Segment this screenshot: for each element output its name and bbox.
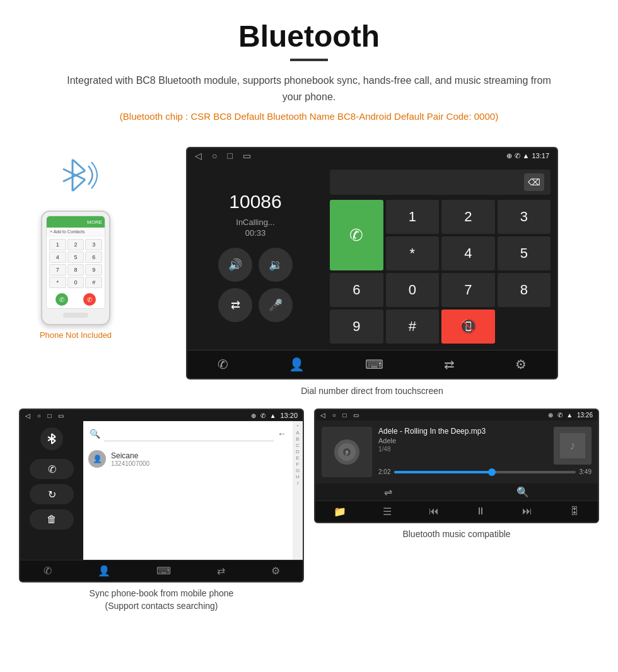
phone-key-hash[interactable]: #	[85, 277, 102, 288]
music-loc-icon: ⊕	[548, 412, 553, 419]
music-nav-next[interactable]: ⏭	[522, 506, 532, 518]
bluetooth-signal-icon	[54, 153, 98, 204]
dialer-timer: 00:33	[245, 228, 266, 238]
dial-key-1[interactable]: 1	[386, 200, 440, 234]
pb-alpha-h[interactable]: H	[296, 474, 300, 480]
volume-up-button[interactable]: 🔊	[218, 248, 252, 282]
dial-status-bar: ◁ ○ □ ▭ ⊕ ✆ ▲ 13:17	[187, 148, 557, 163]
pb-call-icon: ✆	[260, 412, 265, 419]
pb-alpha-i[interactable]: I	[297, 480, 298, 486]
pb-nav-phone[interactable]: ✆	[44, 565, 52, 577]
pb-alpha-f[interactable]: F	[296, 461, 300, 467]
pb-contact-row[interactable]: 👤 Seicane 13241007000	[87, 446, 289, 472]
pb-alpha-star[interactable]: *	[296, 424, 298, 429]
pb-nav-settings[interactable]: ⚙	[271, 565, 280, 577]
pb-alpha-e[interactable]: E	[296, 455, 299, 461]
page-header: Bluetooth Integrated with BC8 Bluetooth …	[0, 0, 618, 141]
pb-search-icon[interactable]: 🔍	[90, 429, 100, 439]
pb-back-icon[interactable]: ←	[277, 429, 286, 439]
mic-button[interactable]: 🎤	[259, 288, 293, 322]
phone-top-label: MORE	[87, 219, 102, 225]
music-search-icon[interactable]: 🔍	[516, 486, 529, 498]
pb-bt-icon[interactable]	[40, 427, 63, 450]
music-home-nav[interactable]: ○	[332, 412, 336, 419]
music-caption: Bluetooth music compatible	[402, 528, 510, 541]
pb-alpha-a[interactable]: A	[296, 430, 299, 436]
phone-key-0[interactable]: 0	[67, 277, 85, 288]
music-nav-eq[interactable]: 🎛	[569, 506, 580, 518]
pb-loc-icon: ⊕	[251, 412, 256, 419]
pb-phone-btn[interactable]: ✆	[30, 459, 74, 479]
music-total-time: 3:49	[580, 468, 592, 475]
music-recents-nav[interactable]: □	[343, 412, 347, 419]
pb-refresh-btn[interactable]: ↻	[30, 484, 74, 504]
music-track-info: Adele - Rolling In the Deep.mp3 Adele 1/…	[378, 427, 486, 458]
phone-key-3[interactable]: 3	[85, 239, 102, 250]
music-nav-folder[interactable]: 📁	[334, 506, 346, 518]
dial-key-7[interactable]: 7	[441, 273, 495, 307]
dial-key-end[interactable]: 📵	[441, 310, 495, 344]
music-nav-list[interactable]: ☰	[383, 506, 392, 518]
nav-contacts-button[interactable]: 👤	[289, 357, 305, 372]
phone-key-8[interactable]: 8	[67, 264, 85, 275]
dialer-calling-label: InCalling...	[236, 217, 274, 227]
music-shuffle-icon[interactable]: ⇌	[384, 486, 392, 498]
pb-alpha-d[interactable]: D	[296, 449, 300, 455]
dial-key-star[interactable]: *	[386, 236, 440, 270]
dial-key-0[interactable]: 0	[386, 273, 440, 307]
music-nav-prev[interactable]: ⏮	[429, 506, 439, 518]
pb-nav-contacts[interactable]: 👤	[98, 565, 110, 577]
recents-icon[interactable]: □	[227, 151, 232, 161]
phone-end-button[interactable]: ✆	[83, 293, 96, 306]
phone-key-4[interactable]: 4	[49, 252, 66, 263]
phone-not-included-label: Phone Not Included	[40, 330, 112, 340]
home-icon[interactable]: ○	[212, 151, 217, 161]
music-progress-bar[interactable]	[394, 471, 575, 473]
phonebook-card: ◁ ○ □ ▭ ⊕ ✆ ▲ 13:20	[19, 408, 304, 612]
pb-alpha-c[interactable]: C	[296, 443, 300, 448]
back-icon[interactable]: ◁	[195, 151, 202, 161]
nav-keypad-button[interactable]: ⌨	[365, 357, 383, 372]
dial-key-8[interactable]: 8	[498, 273, 551, 307]
dial-key-3[interactable]: 3	[498, 200, 551, 234]
phone-key-1[interactable]: 1	[49, 239, 66, 250]
pb-search-bar: 🔍 ←	[87, 426, 289, 441]
volume-down-button[interactable]: 🔉	[259, 248, 293, 282]
phone-key-7[interactable]: 7	[49, 264, 66, 275]
phone-key-2[interactable]: 2	[67, 239, 85, 250]
pb-alpha-g[interactable]: G	[296, 468, 300, 473]
pb-delete-btn[interactable]: 🗑	[30, 509, 74, 530]
nav-phone-button[interactable]: ✆	[218, 357, 228, 372]
nav-transfer-button[interactable]: ⇄	[444, 357, 455, 372]
dialer-input-row: ⌫	[330, 170, 551, 195]
pb-back-nav[interactable]: ◁	[25, 412, 30, 419]
dial-key-6[interactable]: 6	[330, 273, 383, 307]
pb-home-nav[interactable]: ○	[37, 412, 41, 419]
pb-nav-transfer[interactable]: ⇄	[217, 565, 225, 577]
pb-contact-info: Seicane 13241007000	[111, 451, 149, 467]
dial-key-4[interactable]: 4	[441, 236, 495, 270]
music-nav-play[interactable]: ⏸	[475, 506, 486, 518]
call-status-icon: ✆	[515, 152, 520, 160]
phone-key-5[interactable]: 5	[67, 252, 85, 263]
phone-key-6[interactable]: 6	[85, 252, 102, 263]
dial-nav-icons: ◁ ○ □ ▭	[195, 151, 251, 161]
dial-key-call[interactable]: ✆	[330, 200, 383, 270]
phone-call-button[interactable]: ✆	[55, 293, 68, 306]
dialer-delete-button[interactable]: ⌫	[524, 173, 544, 191]
phone-key-9[interactable]: 9	[85, 264, 102, 275]
pb-recents-nav[interactable]: □	[48, 412, 52, 419]
dial-android-screen: ◁ ○ □ ▭ ⊕ ✆ ▲ 13:17 10086 InCalling...	[186, 147, 558, 379]
pb-alpha-b[interactable]: B	[296, 436, 299, 442]
transfer-button[interactable]: ⇄	[218, 288, 252, 322]
dial-key-2[interactable]: 2	[441, 200, 495, 234]
nav-settings-button[interactable]: ⚙	[515, 357, 527, 372]
pb-nav-keypad[interactable]: ⌨	[156, 565, 171, 577]
phone-key-star[interactable]: *	[49, 277, 66, 288]
dial-key-hash[interactable]: #	[386, 310, 440, 344]
pb-nav-icons: ◁ ○ □ ▭	[25, 412, 64, 419]
dial-key-9[interactable]: 9	[330, 310, 383, 344]
music-back-nav[interactable]: ◁	[320, 412, 325, 419]
pb-search-input[interactable]	[104, 426, 274, 441]
dial-key-5[interactable]: 5	[498, 236, 551, 270]
